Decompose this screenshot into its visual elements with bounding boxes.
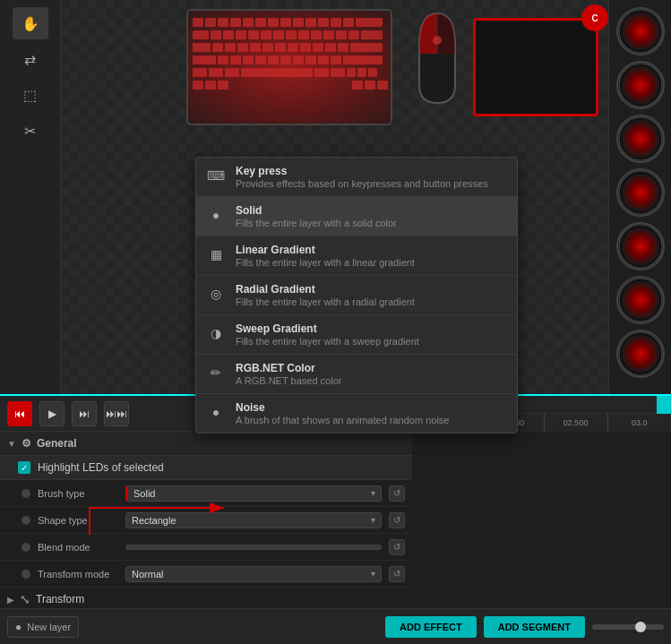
svg-rect-14: [356, 18, 383, 27]
svg-rect-42: [193, 56, 216, 64]
shape-type-reset-button[interactable]: ↺: [389, 512, 405, 528]
svg-rect-9: [293, 18, 304, 27]
solid-icon: ●: [207, 206, 225, 224]
transform-mode-value[interactable]: Normal ▾: [125, 566, 382, 582]
blend-mode-dot: [22, 543, 30, 552]
toolbar-cut-icon[interactable]: ✂: [13, 115, 48, 147]
dropdown-item-linear-gradient[interactable]: ▦ Linear Gradient Fills the entire layer…: [196, 236, 517, 276]
svg-rect-62: [368, 68, 377, 77]
svg-rect-21: [273, 30, 284, 39]
svg-rect-56: [225, 68, 239, 77]
toolbar-select-icon[interactable]: ⬚: [13, 79, 48, 111]
svg-rect-30: [212, 43, 223, 52]
noise-title: Noise: [236, 401, 449, 414]
svg-rect-16: [211, 30, 221, 39]
linear-gradient-title: Linear Gradient: [236, 244, 415, 256]
fan-5: [616, 222, 665, 270]
brush-type-reset-button[interactable]: ↺: [389, 485, 405, 502]
svg-rect-49: [293, 56, 304, 64]
speed-slider[interactable]: [592, 624, 664, 630]
svg-rect-47: [268, 56, 279, 64]
mouse-preview: [410, 9, 464, 107]
svg-point-85: [639, 245, 642, 248]
svg-rect-3: [218, 18, 228, 27]
add-segment-button[interactable]: ADD SEGMENT: [484, 616, 585, 638]
svg-rect-32: [237, 43, 248, 52]
svg-rect-66: [352, 81, 363, 90]
svg-rect-48: [280, 56, 291, 64]
transform-mode-dropdown-arrow: ▾: [371, 569, 375, 579]
svg-rect-24: [311, 30, 322, 39]
fan-6: [616, 276, 665, 324]
svg-rect-26: [336, 30, 347, 39]
svg-rect-6: [255, 18, 266, 27]
dropdown-item-solid[interactable]: ● Solid Fills the entire layer with a so…: [196, 197, 517, 236]
toolbar-hand-icon[interactable]: ✋: [13, 7, 48, 39]
transform-mode-row: Transform mode Normal ▾ ↺: [0, 561, 412, 588]
svg-point-75: [636, 81, 644, 89]
timeline-track-area: [412, 432, 671, 608]
brush-type-dropdown[interactable]: ⌨ Key press Provides effects based on ke…: [195, 157, 518, 434]
general-section-header[interactable]: ▼ ⚙ General: [0, 432, 412, 456]
dropdown-item-radial-gradient[interactable]: ◎ Radial Gradient Fills the entire layer…: [196, 276, 517, 315]
svg-rect-25: [323, 30, 334, 39]
brush-type-value[interactable]: Solid ▾: [125, 485, 382, 502]
brush-type-row: Brush type Solid ▾ ↺: [0, 480, 412, 507]
new-layer-button[interactable]: ● New layer: [7, 616, 79, 638]
shape-type-dropdown-arrow: ▾: [371, 515, 375, 525]
rgb-net-desc: A RGB.NET based color: [236, 375, 341, 386]
highlight-leds-row: ✓ Highlight LEDs of selected: [0, 456, 412, 480]
rgb-net-icon: ✏: [207, 364, 225, 382]
speed-thumb[interactable]: [635, 622, 646, 632]
keyboard-preview: [186, 9, 392, 125]
add-effect-button[interactable]: ADD EFFECT: [385, 616, 477, 638]
bottom-bar: ● New layer ADD EFFECT ADD SEGMENT: [0, 608, 671, 644]
sweep-gradient-title: Sweep Gradient: [236, 322, 419, 335]
shape-type-value[interactable]: Rectangle ▾: [125, 512, 382, 528]
new-layer-label: New layer: [27, 622, 71, 632]
svg-rect-27: [348, 30, 359, 39]
svg-rect-20: [261, 30, 271, 39]
svg-point-79: [639, 137, 642, 141]
svg-rect-68: [377, 81, 388, 90]
transform-mode-reset-button[interactable]: ↺: [389, 566, 405, 582]
svg-point-73: [639, 30, 642, 33]
svg-rect-31: [225, 43, 236, 52]
svg-rect-45: [243, 56, 254, 64]
skip-forward-button[interactable]: ⏭: [72, 401, 97, 426]
svg-rect-28: [361, 30, 383, 39]
svg-point-89: [618, 332, 661, 375]
highlight-leds-checkbox[interactable]: ✓: [18, 461, 30, 474]
play-button[interactable]: ▶: [39, 401, 65, 426]
svg-rect-19: [248, 30, 259, 39]
dropdown-item-key-press[interactable]: ⌨ Key press Provides effects based on ke…: [196, 158, 517, 197]
noise-desc: A brush of that shows an animated random…: [236, 415, 449, 425]
svg-rect-23: [298, 30, 309, 39]
transform-mode-dot: [22, 570, 30, 579]
play-stop-button[interactable]: ⏮: [7, 401, 32, 426]
sweep-gradient-desc: Fills the entire layer with a sweep grad…: [236, 336, 419, 347]
dropdown-item-sweep-gradient[interactable]: ◑ Sweep Gradient Fills the entire layer …: [196, 315, 517, 355]
svg-rect-35: [275, 43, 286, 52]
radial-gradient-icon: ◎: [207, 285, 225, 303]
svg-rect-63: [193, 81, 203, 90]
dropdown-item-rgb-net[interactable]: ✏ RGB.NET Color A RGB.NET based color: [196, 355, 517, 394]
svg-rect-65: [218, 81, 228, 90]
transform-icon: ⤡: [20, 592, 30, 606]
svg-point-80: [618, 171, 661, 214]
toolbar-swap-icon[interactable]: ⇄: [13, 43, 48, 75]
key-press-desc: Provides effects based on keypresses and…: [236, 178, 488, 189]
timeline-marker: [657, 396, 671, 414]
mousepad-preview: [473, 18, 598, 116]
dropdown-item-noise[interactable]: ● Noise A brush of that shows an animate…: [196, 394, 517, 433]
svg-rect-64: [205, 81, 216, 90]
svg-rect-37: [300, 43, 311, 52]
skip-end-button[interactable]: ⏭⏭: [104, 401, 129, 426]
svg-rect-18: [236, 30, 246, 39]
svg-rect-61: [357, 68, 366, 77]
blend-mode-value[interactable]: [125, 545, 382, 550]
svg-rect-29: [193, 43, 211, 52]
blend-mode-reset-button[interactable]: ↺: [389, 539, 405, 555]
svg-rect-52: [331, 56, 341, 64]
svg-rect-17: [223, 30, 234, 39]
